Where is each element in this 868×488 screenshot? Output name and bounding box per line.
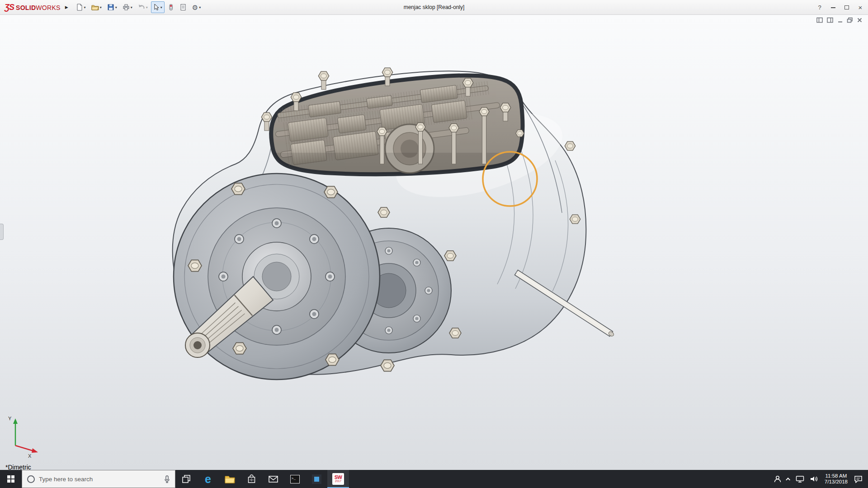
rebuild-stoplight-icon [168, 4, 174, 11]
taskbar-search[interactable] [22, 470, 175, 488]
chevron-down-icon: ▾ [160, 5, 162, 9]
gear-icon: ⚙ [192, 4, 198, 11]
file-explorer-icon [225, 475, 235, 483]
x-axis-label: X [28, 453, 32, 458]
minimize-icon [831, 7, 835, 8]
cortana-icon [27, 475, 35, 483]
document-window-controls [816, 17, 863, 23]
file-properties-button[interactable] [177, 1, 189, 13]
close-button[interactable]: × [854, 0, 867, 15]
people-button[interactable] [771, 470, 784, 488]
volume-icon [810, 475, 818, 483]
microphone-icon[interactable] [164, 475, 170, 483]
minimize-button[interactable] [826, 0, 840, 15]
solidworks-app-button[interactable]: SW 2017 [327, 470, 349, 488]
feature-manager-collapse-tab[interactable] [0, 224, 4, 240]
orientation-triad: Y X [7, 413, 45, 458]
clock-time: 11:58 AM [825, 473, 848, 479]
chevron-down-icon: ▾ [100, 5, 102, 9]
network-icon [796, 475, 804, 483]
restore-doc-icon[interactable] [847, 17, 853, 23]
y-axis-label: Y [8, 416, 12, 421]
task-view-button[interactable] [175, 470, 197, 488]
chevron-down-icon: ▾ [115, 5, 117, 9]
mail-button[interactable] [262, 470, 284, 488]
tray-overflow-button[interactable] [784, 470, 793, 488]
gearbox-model[interactable] [0, 15, 868, 470]
mail-envelope-icon [269, 476, 278, 483]
close-icon: × [859, 4, 863, 11]
command-prompt-button[interactable]: >_ [284, 470, 306, 488]
chevron-down-icon: ▾ [146, 5, 148, 9]
clock-date: 7/13/2018 [825, 479, 848, 485]
maximize-button[interactable] [840, 0, 854, 15]
task-view-icon [182, 474, 191, 483]
chevron-up-icon [786, 477, 790, 482]
chevron-down-icon: ▾ [131, 5, 132, 9]
help-button[interactable]: ? [813, 0, 826, 15]
select-cursor-icon [153, 4, 160, 11]
pane-right-icon[interactable] [827, 17, 834, 23]
maximize-icon [844, 5, 849, 9]
undo-button[interactable]: ▾ [136, 1, 150, 13]
store-button[interactable] [241, 470, 262, 488]
file-explorer-button[interactable] [219, 470, 241, 488]
store-bag-icon [247, 474, 256, 483]
chevron-down-icon: ▾ [199, 5, 201, 9]
y-axis-arrow [13, 418, 18, 424]
undo-icon [138, 4, 145, 11]
volume-button[interactable] [807, 470, 821, 488]
pinned-app-icon [312, 474, 321, 484]
new-document-button[interactable]: ▾ [74, 1, 88, 13]
open-folder-icon [91, 4, 99, 11]
ds-logo-icon: ƷS [5, 3, 14, 12]
action-center-icon [854, 475, 863, 483]
brand-name-bold: SOLID [16, 4, 36, 11]
save-button[interactable]: ▾ [105, 1, 119, 13]
network-button[interactable] [793, 470, 807, 488]
view-orientation-label: *Dimetric [5, 464, 31, 470]
file-properties-icon [179, 4, 187, 11]
minimize-doc-icon[interactable] [837, 17, 843, 23]
pinned-app-button[interactable] [306, 470, 327, 488]
titlebar: ƷS SOLID WORKS ▶ ▾ ▾ ▾ ▾ ▾ ▾ [0, 0, 868, 15]
windows-logo-icon [7, 475, 14, 483]
windows-taskbar: e >_ SW 2017 11:58 AM 7/13/2018 [0, 470, 868, 488]
system-tray: 11:58 AM 7/13/2018 [771, 470, 868, 488]
save-icon [107, 4, 114, 11]
search-input[interactable] [39, 476, 160, 483]
rebuild-button[interactable] [165, 1, 176, 13]
close-doc-icon[interactable] [857, 17, 863, 23]
solidworks-app-icon: SW 2017 [332, 473, 344, 485]
brand-name-light: WORKS [36, 4, 60, 11]
command-prompt-icon: >_ [290, 475, 300, 483]
pane-left-icon[interactable] [816, 17, 823, 23]
start-button[interactable] [0, 470, 22, 488]
new-document-icon [76, 4, 83, 11]
x-axis-arrow [32, 448, 38, 453]
solidworks-logo: ƷS SOLID WORKS [0, 3, 63, 12]
options-button[interactable]: ⚙ ▾ [190, 1, 203, 13]
open-button[interactable]: ▾ [89, 1, 104, 13]
sw-badge-year: 2017 [335, 480, 341, 483]
document-title: menjac sklop [Read-only] [404, 0, 465, 15]
people-icon [774, 475, 782, 483]
taskbar-clock[interactable]: 11:58 AM 7/13/2018 [821, 473, 851, 485]
chevron-down-icon: ▾ [84, 5, 86, 9]
graphics-viewport[interactable]: Y X *Dimetric [0, 15, 868, 470]
select-tool-button[interactable]: ▾ [151, 1, 165, 13]
print-icon [123, 4, 130, 11]
edge-icon: e [205, 474, 211, 485]
print-button[interactable]: ▾ [120, 1, 135, 13]
edge-button[interactable]: e [197, 470, 219, 488]
menu-flyout-icon[interactable]: ▶ [65, 5, 68, 9]
window-controls: ? × [813, 0, 867, 15]
action-center-button[interactable] [851, 470, 865, 488]
standard-toolbar: ▾ ▾ ▾ ▾ ▾ ▾ ⚙ ▾ [74, 1, 203, 13]
